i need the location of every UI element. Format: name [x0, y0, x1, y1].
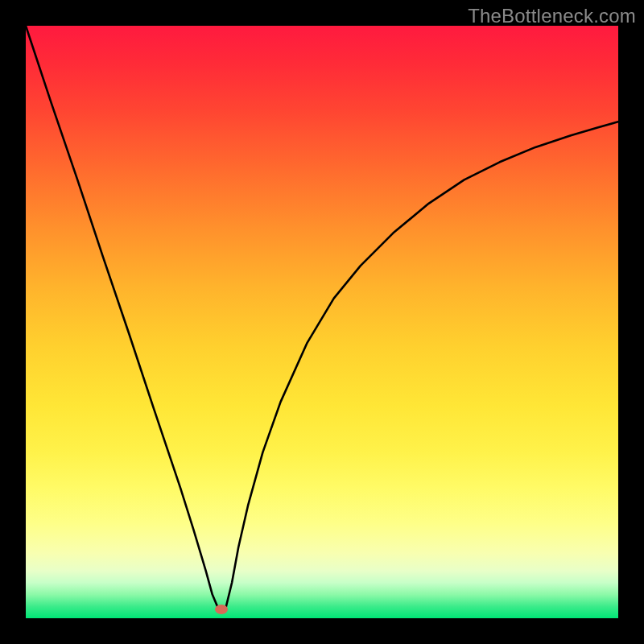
optimum-marker-dot	[215, 605, 228, 614]
watermark-text: TheBottleneck.com	[468, 5, 636, 27]
chart-stage: TheBottleneck.com	[0, 0, 644, 644]
bottleneck-curve	[26, 26, 618, 618]
